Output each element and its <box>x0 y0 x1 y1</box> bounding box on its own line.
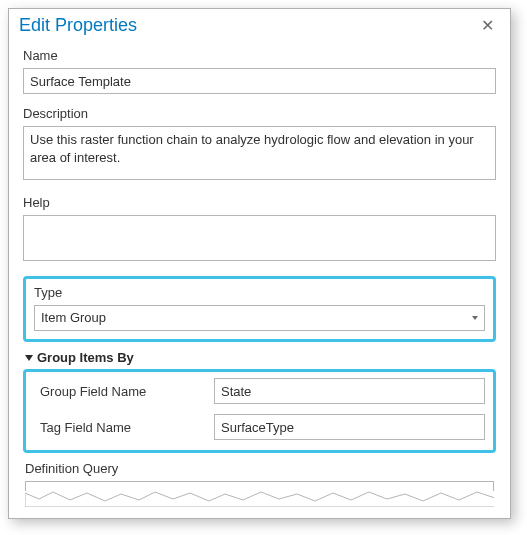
group-field-label: Group Field Name <box>34 384 214 399</box>
description-label: Description <box>23 106 496 121</box>
type-dropdown-wrap: Item Group <box>34 305 485 331</box>
group-items-by-title: Group Items By <box>37 350 134 365</box>
description-field-block: Description <box>23 106 496 183</box>
name-field-block: Name <box>23 48 496 94</box>
help-input[interactable] <box>23 215 496 261</box>
definition-query-block: Definition Query <box>23 461 496 507</box>
tag-field-input[interactable] <box>214 414 485 440</box>
close-icon[interactable]: ✕ <box>475 16 500 36</box>
type-label: Type <box>34 285 485 300</box>
tag-field-label: Tag Field Name <box>34 420 214 435</box>
chevron-down-icon <box>25 355 33 361</box>
name-label: Name <box>23 48 496 63</box>
definition-query-input-torn <box>25 481 494 507</box>
edit-properties-dialog: Edit Properties ✕ Name Description Help … <box>8 8 511 519</box>
dialog-header: Edit Properties ✕ <box>9 9 510 40</box>
description-input[interactable] <box>23 126 496 180</box>
help-field-block: Help <box>23 195 496 264</box>
tag-field-row: Tag Field Name <box>34 414 485 440</box>
torn-edge-icon <box>25 489 494 507</box>
group-field-input[interactable] <box>214 378 485 404</box>
type-dropdown[interactable]: Item Group <box>34 305 485 331</box>
group-items-highlight-box: Group Field Name Tag Field Name <box>23 369 496 453</box>
dialog-title: Edit Properties <box>19 15 137 36</box>
name-input[interactable] <box>23 68 496 94</box>
dialog-body: Name Description Help Type Item Group Gr… <box>9 40 510 507</box>
help-label: Help <box>23 195 496 210</box>
type-dropdown-value: Item Group <box>41 310 106 325</box>
type-highlight-box: Type Item Group <box>23 276 496 342</box>
group-items-by-header[interactable]: Group Items By <box>23 350 496 365</box>
group-field-row: Group Field Name <box>34 378 485 404</box>
definition-query-label: Definition Query <box>25 461 494 476</box>
